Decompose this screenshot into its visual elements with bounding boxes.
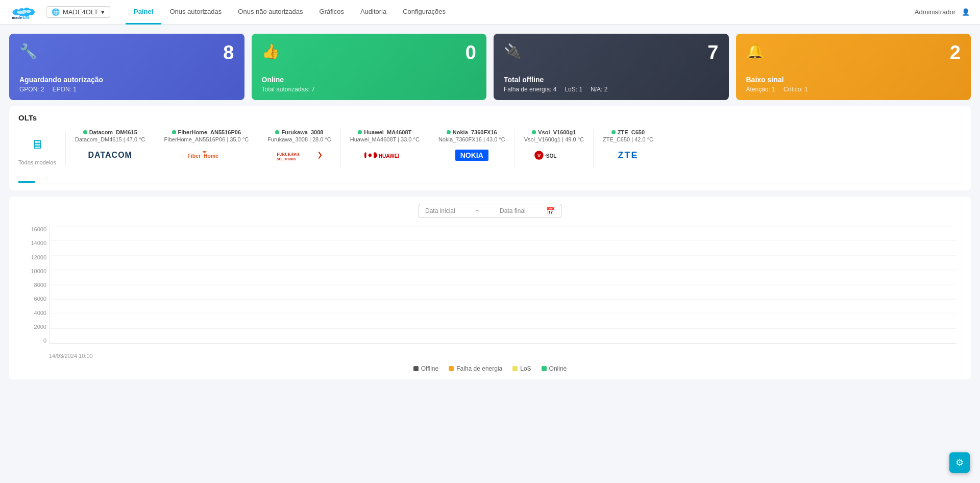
y-8000: 8000	[18, 282, 46, 288]
card-online[interactable]: 👍 0 Online Total autorizadas: 7	[252, 34, 487, 100]
olt-vsol-status-dot	[532, 130, 536, 134]
datacom-logo: DATACOM	[88, 151, 132, 160]
card-waiting-sub: GPON: 2 EPON: 1	[19, 86, 234, 93]
svg-marker-6	[318, 152, 322, 159]
svg-text:Fiber: Fiber	[188, 153, 201, 159]
card-offline-label: Total offline	[504, 76, 719, 84]
thumbsup-icon: 👍	[262, 43, 280, 60]
olt-fiberhome-status-dot	[172, 130, 176, 134]
zte-logo: ZTE	[618, 150, 638, 161]
card-offline-sub: Falha de energia: 4 LoS: 1 N/A: 2	[504, 86, 719, 93]
card-waiting[interactable]: 🔧 8 Aguardando autorização GPON: 2 EPON:…	[9, 34, 244, 100]
legend-los-label: LoS	[520, 365, 531, 372]
olt-huawei[interactable]: Huawei_MA4608T Huawei_MA4608T | 33.0 °C …	[341, 129, 429, 168]
nav-onus-auth[interactable]: Onus autorizadas	[161, 0, 230, 25]
olt-all-models[interactable]: 🖥 Todos modelos	[18, 132, 66, 165]
olts-tabs	[18, 173, 962, 183]
y-6000: 6000	[18, 296, 46, 302]
y-14000: 14000	[18, 240, 46, 246]
card-signal[interactable]: 🔔 2 Baixo sinal Atenção: 1 Crítico: 1	[736, 34, 971, 100]
olt-furukawa-status-dot	[275, 130, 279, 134]
legend-offline-dot	[413, 366, 419, 371]
chart-legend: Offline Falha de energia LoS Online	[18, 365, 962, 372]
olt-nokia-status-dot	[447, 130, 451, 134]
card-waiting-gpon: GPON: 2	[19, 86, 44, 93]
nav-onus-nauth[interactable]: Onus não autorizadas	[230, 0, 311, 25]
olt-fiberhome-temp: FiberHome_AN5516P06 | 35.0 °C	[164, 136, 249, 142]
olt-fiberhome[interactable]: FiberHome_AN5516P06 FiberHome_AN5516P06 …	[155, 129, 259, 168]
navbar-user-area: Administrador 👤	[915, 8, 970, 16]
olt-zte[interactable]: ZTE_C650 ZTE_C650 | 42.0 °C ZTE	[594, 129, 663, 168]
olt-huawei-temp: Huawei_MA4608T | 33.0 °C	[350, 136, 420, 142]
stat-cards-row: 🔧 8 Aguardando autorização GPON: 2 EPON:…	[0, 25, 980, 106]
svg-text:Home: Home	[204, 153, 219, 159]
olt-nokia-temp: Nokia_7360FX16 | 43.0 °C	[438, 136, 505, 142]
user-avatar-icon: 👤	[962, 8, 970, 16]
chart-area: 16000 14000 12000 10000 8000 6000 4000 2…	[18, 226, 962, 359]
nokia-logo: NOKIA	[455, 150, 488, 161]
y-2000: 2000	[18, 324, 46, 330]
olts-title: OLTs	[18, 113, 962, 122]
card-signal-number: 2	[950, 43, 961, 62]
olt-datacom-name: Datacom_DM4615	[89, 129, 137, 135]
legend-online-label: Online	[549, 365, 567, 372]
y-4000: 4000	[18, 310, 46, 316]
legend-online: Online	[542, 365, 567, 372]
card-offline-power: Falha de energia: 4	[504, 86, 556, 93]
card-offline-los: LoS: 1	[565, 86, 582, 93]
legend-online-dot	[542, 366, 547, 371]
card-offline-number: 7	[707, 43, 718, 62]
svg-text:·SOL: ·SOL	[545, 153, 557, 159]
brand-selector[interactable]: 🌐 MADE4OLT ▾	[46, 6, 110, 18]
card-signal-critico: Crítico: 1	[783, 86, 808, 93]
olt-all-label: Todos modelos	[18, 159, 56, 165]
chart-filters: Data inicial ~ Data final 📅	[18, 204, 962, 218]
y-10000: 10000	[18, 268, 46, 274]
huawei-logo: HUAWEI	[364, 145, 405, 165]
olts-row: 🖥 Todos modelos Datacom_DM4615 Datacom_D…	[18, 129, 962, 168]
olt-nokia-name: Nokia_7360FX16	[453, 129, 497, 135]
svg-text:4olt: 4olt	[22, 15, 29, 20]
legend-offline: Offline	[413, 365, 438, 372]
olt-furukawa[interactable]: Furukawa_3008 Furukawa_3008 | 28.0 °C FU…	[258, 129, 341, 168]
olt-nokia[interactable]: Nokia_7360FX16 Nokia_7360FX16 | 43.0 °C …	[429, 129, 515, 168]
card-waiting-epon: EPON: 1	[53, 86, 77, 93]
card-online-total: Total autorizadas: 7	[262, 86, 315, 93]
nav-graficos[interactable]: Gráficos	[311, 0, 352, 25]
y-0: 0	[18, 337, 46, 344]
date-range-picker[interactable]: Data inicial ~ Data final 📅	[419, 204, 561, 218]
olt-datacom[interactable]: Datacom_DM4615 Datacom_DM4615 Datacom_DM…	[66, 129, 155, 168]
y-12000: 12000	[18, 254, 46, 260]
card-signal-atencao: Atenção: 1	[746, 86, 775, 93]
olt-zte-temp: ZTE_C650 | 42.0 °C	[603, 136, 653, 142]
nav-auditoria[interactable]: Auditoria	[352, 0, 395, 25]
legend-power-dot	[449, 366, 454, 371]
nav-painel[interactable]: Painel	[126, 0, 161, 25]
bell-icon: 🔔	[746, 43, 764, 60]
card-online-label: Online	[262, 76, 477, 84]
card-online-number: 0	[465, 43, 476, 62]
olts-tab-selected[interactable]	[18, 173, 35, 183]
navbar: made 4olt 🌐 MADE4OLT ▾ Painel Onus autor…	[0, 0, 980, 25]
olts-section: OLTs 🖥 Todos modelos Datacom_DM4615 Data…	[9, 106, 971, 190]
card-offline-na: N/A: 2	[591, 86, 607, 93]
olt-zte-name: ZTE_C650	[618, 129, 645, 135]
olt-datacom-temp: Datacom_DM4615 Datacom_DM4615 | 47.0 °C	[75, 136, 145, 142]
olt-vsol[interactable]: Vsol_V1600g1 Vsol_V1600g1 | 49.0 °C V ·S…	[515, 129, 594, 168]
card-offline[interactable]: 🔌 7 Total offline Falha de energia: 4 Lo…	[494, 34, 729, 100]
nav-configuracoes[interactable]: Configurações	[395, 0, 454, 25]
svg-text:HUAWEI: HUAWEI	[378, 153, 399, 159]
olt-vsol-temp: Vsol_V1600g1 | 49.0 °C	[524, 136, 584, 142]
legend-los-dot	[512, 366, 518, 371]
olt-furukawa-temp: Furukawa_3008 | 28.0 °C	[267, 136, 331, 142]
legend-los: LoS	[512, 365, 531, 372]
olt-furukawa-name: Furukawa_3008	[281, 129, 323, 135]
olt-fiberhome-name: FiberHome_AN5516P06	[178, 129, 241, 135]
svg-text:SOLUTIONS: SOLUTIONS	[277, 157, 297, 161]
brand-globe-icon: 🌐	[52, 8, 60, 16]
legend-power-label: Falha de energia	[456, 365, 502, 372]
logo[interactable]: made 4olt	[10, 4, 36, 20]
card-waiting-number: 8	[223, 43, 234, 62]
calendar-icon: 📅	[546, 207, 555, 215]
olt-vsol-name: Vsol_V1600g1	[538, 129, 576, 135]
